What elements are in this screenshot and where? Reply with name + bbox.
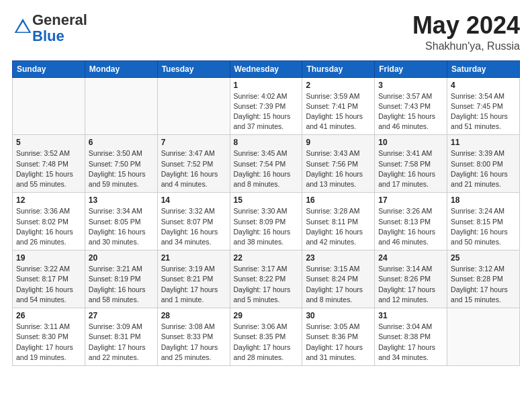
day-number: 8: [234, 138, 299, 147]
calendar-cell: 12Sunrise: 3:36 AM Sunset: 8:02 PM Dayli…: [13, 193, 85, 250]
day-info: Sunrise: 3:05 AM Sunset: 8:36 PM Dayligh…: [306, 322, 371, 363]
day-info: Sunrise: 3:06 AM Sunset: 8:35 PM Dayligh…: [234, 322, 299, 363]
day-number: 10: [378, 138, 443, 147]
calendar-cell: 1Sunrise: 4:02 AM Sunset: 7:39 PM Daylig…: [230, 77, 302, 135]
day-info: Sunrise: 3:45 AM Sunset: 7:54 PM Dayligh…: [234, 148, 299, 189]
day-number: 27: [89, 311, 154, 320]
calendar-cell: 27Sunrise: 3:09 AM Sunset: 8:31 PM Dayli…: [85, 308, 157, 366]
calendar-cell: 17Sunrise: 3:26 AM Sunset: 8:13 PM Dayli…: [375, 193, 447, 250]
day-info: Sunrise: 3:14 AM Sunset: 8:26 PM Dayligh…: [378, 264, 443, 305]
day-number: 11: [451, 138, 516, 147]
calendar-cell: 29Sunrise: 3:06 AM Sunset: 8:35 PM Dayli…: [230, 308, 302, 366]
logo-blue: Blue: [32, 28, 64, 44]
calendar-cell: 14Sunrise: 3:32 AM Sunset: 8:07 PM Dayli…: [157, 193, 230, 250]
day-info: Sunrise: 3:36 AM Sunset: 8:02 PM Dayligh…: [16, 206, 81, 247]
calendar-cell: 13Sunrise: 3:34 AM Sunset: 8:05 PM Dayli…: [85, 193, 157, 250]
calendar-cell: 8Sunrise: 3:45 AM Sunset: 7:54 PM Daylig…: [230, 135, 302, 193]
day-info: Sunrise: 3:24 AM Sunset: 8:15 PM Dayligh…: [451, 206, 516, 247]
calendar-cell: 24Sunrise: 3:14 AM Sunset: 8:26 PM Dayli…: [375, 250, 447, 308]
day-info: Sunrise: 3:39 AM Sunset: 8:00 PM Dayligh…: [451, 148, 516, 189]
calendar-header-row: SundayMondayTuesdayWednesdayThursdayFrid…: [13, 60, 520, 77]
day-info: Sunrise: 3:08 AM Sunset: 8:33 PM Dayligh…: [161, 322, 226, 363]
calendar-cell: 7Sunrise: 3:47 AM Sunset: 7:52 PM Daylig…: [157, 135, 230, 193]
day-number: 1: [234, 81, 299, 90]
calendar-cell: 31Sunrise: 3:04 AM Sunset: 8:38 PM Dayli…: [375, 308, 447, 366]
calendar-header-friday: Friday: [375, 60, 447, 77]
day-number: 13: [89, 195, 154, 205]
day-number: 22: [234, 253, 299, 263]
header: General Blue May 2024 Shakhun'ya, Russia: [12, 12, 520, 52]
day-number: 28: [161, 311, 226, 320]
calendar-cell: 2Sunrise: 3:59 AM Sunset: 7:41 PM Daylig…: [302, 77, 375, 135]
calendar-cell: 3Sunrise: 3:57 AM Sunset: 7:43 PM Daylig…: [375, 77, 447, 135]
day-info: Sunrise: 3:50 AM Sunset: 7:50 PM Dayligh…: [89, 148, 154, 189]
day-info: Sunrise: 3:32 AM Sunset: 8:07 PM Dayligh…: [161, 206, 226, 247]
day-info: Sunrise: 3:47 AM Sunset: 7:52 PM Dayligh…: [161, 148, 226, 189]
calendar-cell: 30Sunrise: 3:05 AM Sunset: 8:36 PM Dayli…: [302, 308, 375, 366]
day-number: 12: [16, 195, 81, 205]
day-number: 19: [16, 253, 81, 263]
calendar-cell: [85, 77, 157, 135]
day-number: 31: [378, 311, 443, 320]
calendar-cell: [157, 77, 230, 135]
day-info: Sunrise: 3:04 AM Sunset: 8:38 PM Dayligh…: [378, 322, 443, 363]
calendar-cell: 6Sunrise: 3:50 AM Sunset: 7:50 PM Daylig…: [85, 135, 157, 193]
title-location: Shakhun'ya, Russia: [412, 40, 520, 52]
day-number: 7: [161, 138, 226, 147]
calendar-cell: 9Sunrise: 3:43 AM Sunset: 7:56 PM Daylig…: [302, 135, 375, 193]
page: General Blue May 2024 Shakhun'ya, Russia…: [0, 0, 532, 411]
calendar-header-tuesday: Tuesday: [157, 60, 230, 77]
logo-text: General Blue: [32, 12, 87, 44]
day-info: Sunrise: 3:09 AM Sunset: 8:31 PM Dayligh…: [89, 322, 154, 363]
day-info: Sunrise: 3:43 AM Sunset: 7:56 PM Dayligh…: [306, 148, 371, 189]
day-number: 14: [161, 195, 226, 205]
day-number: 5: [16, 138, 81, 147]
calendar-cell: 4Sunrise: 3:54 AM Sunset: 7:45 PM Daylig…: [447, 77, 520, 135]
logo-icon: [13, 17, 32, 36]
calendar-cell: 15Sunrise: 3:30 AM Sunset: 8:09 PM Dayli…: [230, 193, 302, 250]
calendar-cell: [447, 308, 520, 366]
logo: General Blue: [12, 12, 87, 44]
calendar-cell: 5Sunrise: 3:52 AM Sunset: 7:48 PM Daylig…: [13, 135, 85, 193]
day-number: 24: [378, 253, 443, 263]
calendar-cell: 26Sunrise: 3:11 AM Sunset: 8:30 PM Dayli…: [13, 308, 85, 366]
calendar-week-2: 5Sunrise: 3:52 AM Sunset: 7:48 PM Daylig…: [13, 135, 520, 193]
calendar-cell: 22Sunrise: 3:17 AM Sunset: 8:22 PM Dayli…: [230, 250, 302, 308]
day-info: Sunrise: 3:34 AM Sunset: 8:05 PM Dayligh…: [89, 206, 154, 247]
title-block: May 2024 Shakhun'ya, Russia: [412, 12, 520, 52]
title-month: May 2024: [412, 12, 520, 39]
calendar-week-4: 19Sunrise: 3:22 AM Sunset: 8:17 PM Dayli…: [13, 250, 520, 308]
day-number: 26: [16, 311, 81, 320]
calendar-cell: 11Sunrise: 3:39 AM Sunset: 8:00 PM Dayli…: [447, 135, 520, 193]
calendar-cell: 10Sunrise: 3:41 AM Sunset: 7:58 PM Dayli…: [375, 135, 447, 193]
day-info: Sunrise: 3:28 AM Sunset: 8:11 PM Dayligh…: [306, 206, 371, 247]
calendar-cell: 19Sunrise: 3:22 AM Sunset: 8:17 PM Dayli…: [13, 250, 85, 308]
calendar-header-wednesday: Wednesday: [230, 60, 302, 77]
day-info: Sunrise: 3:15 AM Sunset: 8:24 PM Dayligh…: [306, 264, 371, 305]
day-info: Sunrise: 3:22 AM Sunset: 8:17 PM Dayligh…: [16, 264, 81, 305]
day-info: Sunrise: 3:19 AM Sunset: 8:21 PM Dayligh…: [161, 264, 226, 305]
calendar-week-3: 12Sunrise: 3:36 AM Sunset: 8:02 PM Dayli…: [13, 193, 520, 250]
day-number: 15: [234, 195, 299, 205]
calendar-header-sunday: Sunday: [13, 60, 85, 77]
day-number: 6: [89, 138, 154, 147]
calendar-cell: [13, 77, 85, 135]
calendar-week-5: 26Sunrise: 3:11 AM Sunset: 8:30 PM Dayli…: [13, 308, 520, 366]
calendar-cell: 18Sunrise: 3:24 AM Sunset: 8:15 PM Dayli…: [447, 193, 520, 250]
day-info: Sunrise: 3:41 AM Sunset: 7:58 PM Dayligh…: [378, 148, 443, 189]
day-number: 2: [306, 81, 371, 90]
calendar-cell: 21Sunrise: 3:19 AM Sunset: 8:21 PM Dayli…: [157, 250, 230, 308]
calendar-header-saturday: Saturday: [447, 60, 520, 77]
day-info: Sunrise: 3:54 AM Sunset: 7:45 PM Dayligh…: [451, 91, 516, 132]
calendar-header-monday: Monday: [85, 60, 157, 77]
day-number: 9: [306, 138, 371, 147]
day-number: 21: [161, 253, 226, 263]
calendar: SundayMondayTuesdayWednesdayThursdayFrid…: [12, 60, 520, 366]
calendar-cell: 16Sunrise: 3:28 AM Sunset: 8:11 PM Dayli…: [302, 193, 375, 250]
day-number: 23: [306, 253, 371, 263]
day-number: 17: [378, 195, 443, 205]
day-info: Sunrise: 3:30 AM Sunset: 8:09 PM Dayligh…: [234, 206, 299, 247]
day-number: 20: [89, 253, 154, 263]
day-number: 4: [451, 81, 516, 90]
calendar-week-1: 1Sunrise: 4:02 AM Sunset: 7:39 PM Daylig…: [13, 77, 520, 135]
